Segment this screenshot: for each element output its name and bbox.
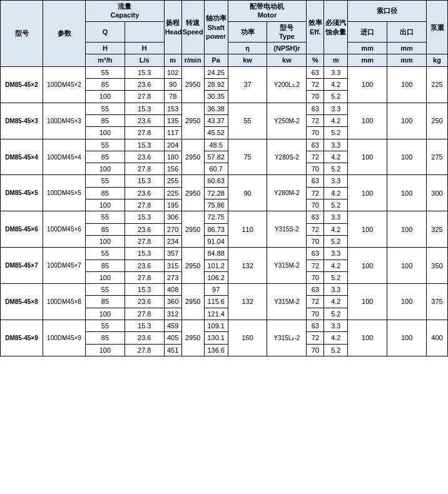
col-unit-motor: kw bbox=[267, 54, 307, 66]
cell-n: 2950 bbox=[181, 66, 204, 103]
cell-in: 100 bbox=[348, 320, 387, 356]
cell-eff: 70 bbox=[307, 344, 324, 356]
cell-q: 100 bbox=[86, 91, 125, 103]
cell-model: DM85-45×8 bbox=[1, 284, 43, 320]
col-unit-ls: L/s bbox=[125, 54, 164, 66]
col-header-capacity: 流量Capacity bbox=[86, 1, 165, 22]
table-row: DM85-45×2100DM45×25515.3102295024.2537Y2… bbox=[1, 66, 448, 78]
cell-n: 2950 bbox=[181, 248, 204, 284]
cell-h: 255 bbox=[164, 175, 181, 187]
col-header-weight: 泵重 bbox=[427, 1, 448, 54]
cell-motor: Y250M-2 bbox=[267, 103, 307, 139]
cell-q: 85 bbox=[86, 223, 125, 235]
cell-motor: Y315S-2 bbox=[267, 211, 307, 248]
cell-npsh: 4.2 bbox=[324, 187, 348, 199]
col-header-speed: 转速Speed bbox=[181, 1, 204, 54]
cell-npsh: 4.2 bbox=[324, 151, 348, 163]
cell-pa: 84.88 bbox=[204, 248, 228, 260]
cell-out: 100 bbox=[387, 320, 427, 356]
cell-eff: 70 bbox=[307, 235, 324, 247]
cell-model: DM85-45×9 bbox=[1, 320, 43, 356]
cell-q: 55 bbox=[86, 66, 125, 78]
cell-q: 100 bbox=[86, 308, 125, 320]
cell-pa: 130.1 bbox=[204, 332, 228, 344]
cell-q: 85 bbox=[86, 114, 125, 126]
cell-param: 100DM45×9 bbox=[43, 320, 86, 356]
cell-npsh: 3.3 bbox=[324, 175, 348, 187]
cell-weight: 400 bbox=[427, 320, 448, 356]
cell-h: 357 bbox=[164, 248, 181, 260]
cell-pa: 45.52 bbox=[204, 127, 228, 139]
cell-power: 132 bbox=[228, 248, 267, 284]
cell-model: DM85-45×7 bbox=[1, 248, 43, 284]
cell-npsh: 3.3 bbox=[324, 139, 348, 151]
cell-pa: 30.35 bbox=[204, 91, 228, 103]
cell-in: 100 bbox=[348, 66, 387, 103]
cell-h: 273 bbox=[164, 271, 181, 283]
cell-ls: 15.3 bbox=[125, 103, 164, 114]
col-header-head: 扬程Head bbox=[164, 1, 181, 54]
cell-pa: 48.5 bbox=[204, 139, 228, 151]
cell-in: 100 bbox=[348, 284, 387, 320]
cell-ls: 15.3 bbox=[125, 248, 164, 260]
cell-model: DM85-45×4 bbox=[1, 139, 43, 175]
cell-param: 100DM45×5 bbox=[43, 175, 86, 211]
col-symbol-q: H bbox=[86, 43, 125, 54]
cell-ls: 23.6 bbox=[125, 332, 164, 344]
cell-npsh: 4.2 bbox=[324, 332, 348, 344]
cell-npsh: 3.3 bbox=[324, 248, 348, 260]
cell-ls: 27.8 bbox=[125, 127, 164, 139]
cell-ls: 27.8 bbox=[125, 235, 164, 247]
cell-ls: 15.3 bbox=[125, 320, 164, 332]
cell-pa: 101.2 bbox=[204, 260, 228, 271]
cell-h: 117 bbox=[164, 127, 181, 139]
cell-power: 160 bbox=[228, 320, 267, 356]
cell-npsh: 4.2 bbox=[324, 223, 348, 235]
cell-ls: 23.6 bbox=[125, 296, 164, 308]
cell-pa: 43.37 bbox=[204, 114, 228, 126]
cell-h: 306 bbox=[164, 211, 181, 223]
cell-n: 2950 bbox=[181, 284, 204, 320]
cell-model: DM85-45×6 bbox=[1, 211, 43, 248]
cell-npsh: 3.3 bbox=[324, 211, 348, 223]
cell-motor: Y315L₁-2 bbox=[267, 320, 307, 356]
cell-pa: 115.6 bbox=[204, 296, 228, 308]
cell-npsh: 4.2 bbox=[324, 260, 348, 271]
cell-q: 85 bbox=[86, 296, 125, 308]
cell-eff: 70 bbox=[307, 199, 324, 211]
cell-pa: 24.25 bbox=[204, 66, 228, 78]
cell-eff: 72 bbox=[307, 151, 324, 163]
cell-n: 2950 bbox=[181, 103, 204, 139]
cell-npsh: 4.2 bbox=[324, 296, 348, 308]
cell-eff: 63 bbox=[307, 284, 324, 296]
cell-eff: 63 bbox=[307, 139, 324, 151]
col-header-npsh: 必须汽蚀余量 bbox=[324, 1, 348, 54]
col-unit-weight: kg bbox=[427, 54, 448, 66]
cell-eff: 63 bbox=[307, 103, 324, 114]
cell-q: 85 bbox=[86, 187, 125, 199]
cell-npsh: 4.2 bbox=[324, 114, 348, 126]
col-symbol-out: mm bbox=[387, 43, 427, 54]
cell-param: 100DM45×4 bbox=[43, 139, 86, 175]
cell-param: 100DM45×6 bbox=[43, 211, 86, 248]
cell-out: 100 bbox=[387, 175, 427, 211]
col-header-out: 出口 bbox=[387, 21, 427, 43]
cell-h: 312 bbox=[164, 308, 181, 320]
cell-q: 55 bbox=[86, 211, 125, 223]
col-symbol-power: η bbox=[228, 43, 267, 54]
cell-in: 100 bbox=[348, 211, 387, 248]
cell-model: DM85-45×5 bbox=[1, 175, 43, 211]
col-unit-eff: % bbox=[307, 54, 324, 66]
cell-h: 102 bbox=[164, 66, 181, 78]
cell-ls: 15.3 bbox=[125, 284, 164, 296]
cell-q: 100 bbox=[86, 199, 125, 211]
cell-npsh: 3.3 bbox=[324, 320, 348, 332]
cell-n: 2950 bbox=[181, 139, 204, 175]
cell-q: 85 bbox=[86, 79, 125, 91]
cell-q: 55 bbox=[86, 139, 125, 151]
cell-h: 90 bbox=[164, 79, 181, 91]
table-row: DM85-45×8100DM45×85515.3408295097132Y315… bbox=[1, 284, 448, 296]
table-row: DM85-45×9100DM45×95515.34592950109.1160Y… bbox=[1, 320, 448, 332]
cell-h: 234 bbox=[164, 235, 181, 247]
cell-weight: 275 bbox=[427, 139, 448, 175]
